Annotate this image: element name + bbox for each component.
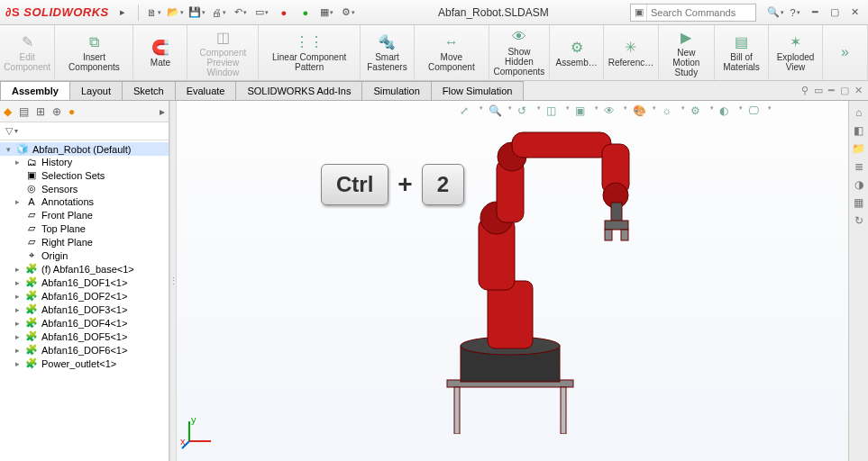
view-settings-icon[interactable]: ⚙ <box>690 104 705 119</box>
tree-item[interactable]: ▸🧩Abfan16_DOF6<1> <box>0 343 169 357</box>
tab-flow-simulation[interactable]: Flow Simulation <box>431 81 525 100</box>
close-button[interactable]: ✕ <box>846 5 863 21</box>
palette-icon[interactable]: ◑ <box>854 178 863 191</box>
twist-icon[interactable]: ▸ <box>13 278 22 287</box>
panel-expand-icon[interactable]: ▸ <box>160 105 165 118</box>
ribbon-assembly[interactable]: ⚙Assemb… <box>550 25 604 80</box>
ribbon-bom[interactable]: ▤Bill ofMaterials <box>715 25 769 80</box>
ribbon-linear-pattern[interactable]: ⋮⋮Linear Component Pattern <box>259 25 361 80</box>
tree-item[interactable]: ▸AAnnotations <box>0 195 169 208</box>
tree-item[interactable]: ▸🧩Abfan16_DOF3<1> <box>0 303 169 316</box>
tree-item[interactable]: ▣Selection Sets <box>0 168 169 182</box>
tab-assembly[interactable]: Assembly <box>0 81 70 100</box>
tree-item[interactable]: ◎Sensors <box>0 182 169 195</box>
svg-rect-14 <box>605 221 628 230</box>
tree-item[interactable]: ▸🧩Abfan16_DOF4<1> <box>0 316 169 330</box>
folder-icon[interactable]: 📁 <box>852 142 865 155</box>
tree-item[interactable]: ▱Top Plane <box>0 221 169 235</box>
twist-icon[interactable]: ▸ <box>13 305 22 314</box>
twist-icon[interactable]: ▸ <box>13 346 22 355</box>
twist-icon[interactable]: ▸ <box>13 292 22 301</box>
maximize-button[interactable]: ▢ <box>827 5 843 21</box>
ribbon-motion-study[interactable]: ▶New MotionStudy <box>659 25 715 80</box>
tree-item[interactable]: ▸🧩Power_outlet<1> <box>0 357 169 370</box>
tab-layout[interactable]: Layout <box>69 81 123 100</box>
twist-icon[interactable]: ▸ <box>13 197 22 206</box>
ribbon-mate[interactable]: 🧲Mate <box>133 25 187 80</box>
twist-icon[interactable]: ▸ <box>13 332 22 341</box>
tree-item[interactable]: ▱Front Plane <box>0 208 169 221</box>
search-magnify-icon[interactable]: 🔍 <box>767 5 783 21</box>
home-icon[interactable]: ⌂ <box>855 106 862 119</box>
graphics-viewport[interactable]: ⤢▾🔍▾↺▾◫▾▣▾👁▾🎨▾☼▾⚙▾◐▾🖵▾ <box>177 101 868 461</box>
grid-icon[interactable]: ▦ <box>854 196 863 209</box>
tree-item[interactable]: ▾🧊Abfan_Robot (Default) <box>0 142 169 156</box>
ribbon-insert-components[interactable]: ⧉Insert Components <box>55 25 133 80</box>
display-tab-icon[interactable]: ▤ <box>19 105 29 118</box>
node-icon: 🧩 <box>25 357 38 369</box>
smart-fasteners-icon: 🔩 <box>378 33 396 50</box>
edit-component-icon: ✎ <box>22 33 33 50</box>
search-input[interactable] <box>647 7 755 18</box>
rebuild-green-icon[interactable]: ● <box>297 5 314 21</box>
property-tab-icon[interactable]: ⊞ <box>36 105 45 118</box>
flyout-icon[interactable]: ▸ <box>114 5 131 21</box>
window-restore-icon[interactable]: ━ <box>828 85 835 96</box>
filter-row[interactable]: ▽ ▾ <box>0 122 169 140</box>
window-min-icon[interactable]: ▭ <box>814 85 823 96</box>
save-button[interactable]: 💾 <box>189 5 206 21</box>
twist-icon[interactable]: ▸ <box>13 319 22 328</box>
ribbon-exploded-view[interactable]: ✶ExplodedView <box>769 25 823 80</box>
twist-icon[interactable]: ▾ <box>4 145 13 154</box>
tab-evaluate[interactable]: Evaluate <box>175 81 237 100</box>
view-triad[interactable]: y x <box>180 414 216 450</box>
rebuild-red-icon[interactable]: ● <box>276 5 292 21</box>
layers-icon[interactable]: ≣ <box>854 160 863 173</box>
twist-icon[interactable]: ▸ <box>13 359 22 368</box>
tab-solidworks-add-ins[interactable]: SOLIDWORKS Add-Ins <box>235 81 362 100</box>
tree-item[interactable]: ▸🧩Abfan16_DOF2<1> <box>0 289 169 303</box>
splitter-handle[interactable] <box>169 101 177 461</box>
options-button[interactable]: ▦ <box>319 5 335 21</box>
help-button[interactable]: ? <box>787 5 803 21</box>
open-button[interactable]: 📂 <box>168 5 184 21</box>
node-label: (f) Abfan16_base<1> <box>41 264 134 275</box>
target-tab-icon[interactable]: ⊕ <box>52 105 61 118</box>
ribbon-move-component[interactable]: ↔Move Component <box>415 25 489 80</box>
appearance-tab-icon[interactable]: ● <box>69 105 75 118</box>
tree-item[interactable]: ▸🧩Abfan16_DOF5<1> <box>0 330 169 343</box>
minimize-button[interactable]: ━ <box>807 5 823 21</box>
tree-item[interactable]: ⌖Origin <box>0 249 169 262</box>
tree-item[interactable]: ▸🧩(f) Abfan16_base<1> <box>0 262 169 276</box>
node-icon: 🧩 <box>25 330 38 342</box>
new-button[interactable]: 🗎 <box>146 5 162 21</box>
feature-tree[interactable]: ▾🧊Abfan_Robot (Default)▸🗂History▣Selecti… <box>0 140 169 461</box>
config-tab-icon[interactable]: ◆ <box>4 105 12 118</box>
search-commands[interactable]: ▣ <box>630 4 756 22</box>
tree-item[interactable]: ▸🗂History <box>0 156 169 168</box>
node-icon: A <box>25 196 38 207</box>
ribbon-reference[interactable]: ✳Referenc… <box>604 25 659 80</box>
tree-item[interactable]: ▱Right Plane <box>0 235 169 249</box>
tab-sketch[interactable]: Sketch <box>122 81 176 100</box>
window-max-icon[interactable]: ▢ <box>840 85 849 96</box>
cube-icon[interactable]: ◧ <box>854 124 863 137</box>
ribbon-overflow[interactable]: » <box>823 25 868 80</box>
tree-item[interactable]: ▸🧩Abfan16_DOF1<1> <box>0 276 169 289</box>
twist-icon[interactable]: ▸ <box>13 158 22 167</box>
window-close-icon[interactable]: ✕ <box>854 85 863 96</box>
print-button[interactable]: 🖨 <box>211 5 227 21</box>
ribbon-show-hidden[interactable]: 👁Show HiddenComponents <box>489 25 551 80</box>
tab-simulation[interactable]: Simulation <box>361 81 431 100</box>
settings-button[interactable]: ⚙ <box>341 5 357 21</box>
select-button[interactable]: ▭ <box>254 5 270 21</box>
bom-icon: ▤ <box>735 33 748 50</box>
ribbon-smart-fasteners[interactable]: 🔩SmartFasteners <box>361 25 415 80</box>
pin-icon[interactable]: ⚲ <box>801 85 809 96</box>
ribbon-edit-component: ✎EditComponent <box>0 25 55 80</box>
render-icon[interactable]: ◐ <box>719 104 734 119</box>
undo-button[interactable]: ↶ <box>233 5 249 21</box>
twist-icon[interactable]: ▸ <box>13 265 22 274</box>
screen-icon[interactable]: 🖵 <box>748 104 763 119</box>
refresh-icon[interactable]: ↻ <box>854 214 863 227</box>
